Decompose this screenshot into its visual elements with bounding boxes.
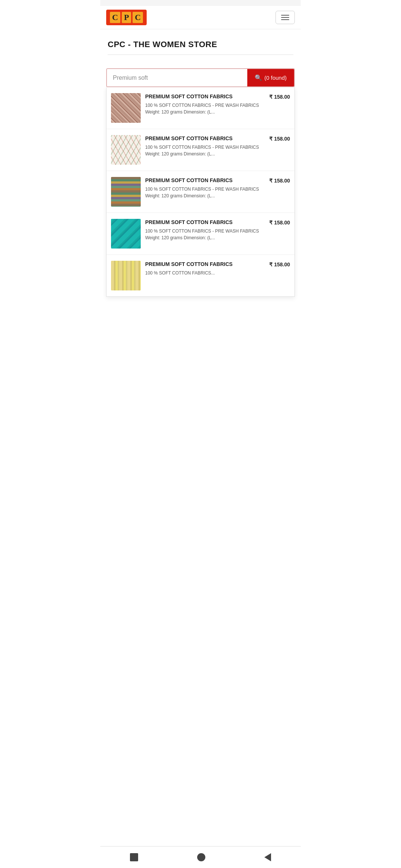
product-item[interactable]: PREMIUM SOFT COTTON FABRICS 100 % SOFT C… (107, 87, 294, 129)
product-thumbnail (111, 177, 141, 207)
product-name: PREMIUM SOFT COTTON FABRICS (145, 219, 265, 226)
hamburger-button[interactable] (276, 11, 295, 24)
product-price: ₹ 158.00 (269, 219, 290, 226)
logo-box: C P C (106, 10, 147, 25)
logo-letter-c2: C (133, 12, 143, 23)
page-title-area: CPC - THE WOMEN STORE (100, 29, 301, 61)
product-price: ₹ 158.00 (269, 177, 290, 184)
product-description: 100 % SOFT COTTON FABRICS - PRE WASH FAB… (145, 102, 265, 115)
product-thumbnail (111, 219, 141, 249)
product-item[interactable]: PREMIUM SOFT COTTON FABRICS 100 % SOFT C… (107, 213, 294, 255)
hamburger-line-3 (281, 19, 289, 20)
search-result-count: (0 found) (264, 75, 287, 81)
product-price: ₹ 158.00 (269, 135, 290, 142)
product-info: PREMIUM SOFT COTTON FABRICS 100 % SOFT C… (145, 177, 265, 199)
hamburger-line-2 (281, 17, 289, 18)
search-container: 🔍 (0 found) (106, 68, 295, 87)
product-info: PREMIUM SOFT COTTON FABRICS 100 % SOFT C… (145, 93, 265, 115)
product-price: ₹ 158.00 (269, 261, 290, 267)
logo: C P C (106, 10, 147, 25)
status-bar (100, 0, 301, 6)
product-name: PREMIUM SOFT COTTON FABRICS (145, 93, 265, 100)
nav-home-button[interactable] (190, 852, 213, 863)
nav-back-button[interactable] (257, 852, 278, 863)
page-title: CPC - THE WOMEN STORE (108, 40, 293, 49)
search-icon: 🔍 (255, 74, 262, 81)
nav-square-button[interactable] (123, 852, 146, 863)
product-thumbnail (111, 261, 141, 290)
square-icon (130, 853, 138, 861)
back-icon (264, 853, 271, 861)
search-area: 🔍 (0 found) (100, 61, 301, 87)
product-description: 100 % SOFT COTTON FABRICS - PRE WASH FAB… (145, 228, 265, 241)
navbar: C P C (100, 6, 301, 29)
title-divider (108, 55, 293, 55)
logo-letter-c: C (110, 12, 120, 23)
product-info: PREMIUM SOFT COTTON FABRICS 100 % SOFT C… (145, 261, 265, 276)
product-item[interactable]: PREMIUM SOFT COTTON FABRICS 100 % SOFT C… (107, 129, 294, 171)
product-description: 100 % SOFT COTTON FABRICS... (145, 270, 265, 276)
product-thumbnail (111, 93, 141, 123)
product-name: PREMIUM SOFT COTTON FABRICS (145, 177, 265, 184)
product-info: PREMIUM SOFT COTTON FABRICS 100 % SOFT C… (145, 219, 265, 241)
product-description: 100 % SOFT COTTON FABRICS - PRE WASH FAB… (145, 186, 265, 199)
product-info: PREMIUM SOFT COTTON FABRICS 100 % SOFT C… (145, 135, 265, 157)
product-item[interactable]: PREMIUM SOFT COTTON FABRICS 100 % SOFT C… (107, 171, 294, 213)
product-name: PREMIUM SOFT COTTON FABRICS (145, 261, 265, 267)
bottom-navigation (100, 846, 301, 868)
hamburger-line-1 (281, 15, 289, 16)
search-button[interactable]: 🔍 (0 found) (247, 69, 294, 86)
product-price: ₹ 158.00 (269, 93, 290, 100)
product-name: PREMIUM SOFT COTTON FABRICS (145, 135, 265, 142)
product-item[interactable]: PREMIUM SOFT COTTON FABRICS 100 % SOFT C… (107, 255, 294, 296)
search-input[interactable] (107, 69, 247, 86)
results-dropdown: PREMIUM SOFT COTTON FABRICS 100 % SOFT C… (106, 87, 295, 297)
product-thumbnail (111, 135, 141, 165)
circle-icon (197, 853, 205, 861)
logo-letter-p: P (122, 12, 131, 23)
product-description: 100 % SOFT COTTON FABRICS - PRE WASH FAB… (145, 144, 265, 157)
